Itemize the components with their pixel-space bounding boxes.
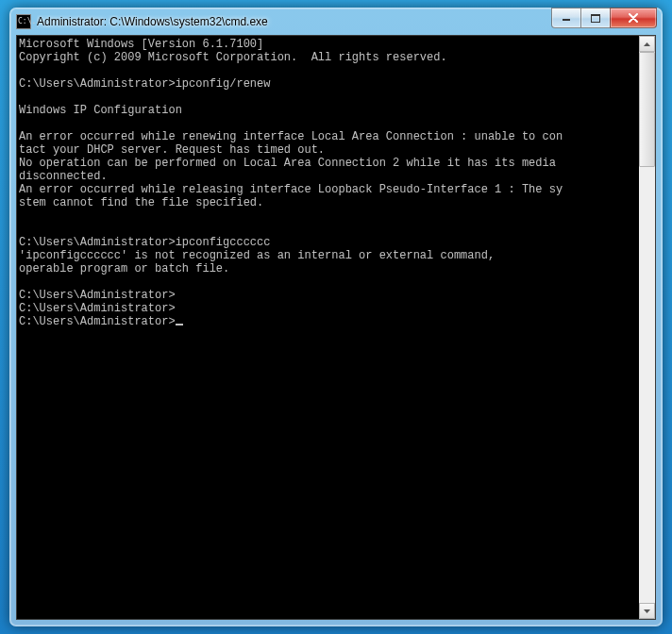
- cmd-icon: C:\.: [16, 14, 31, 29]
- svg-rect-0: [563, 19, 570, 21]
- maximize-icon: [591, 14, 600, 23]
- console-output[interactable]: Microsoft Windows [Version 6.1.7100] Cop…: [17, 36, 638, 619]
- scroll-track[interactable]: [639, 52, 655, 603]
- window-controls: [552, 8, 657, 28]
- minimize-button[interactable]: [551, 8, 581, 28]
- chevron-down-icon: [644, 609, 650, 613]
- scroll-thumb[interactable]: [639, 52, 655, 167]
- close-icon: [628, 13, 639, 23]
- close-button[interactable]: [610, 8, 657, 28]
- client-area: Microsoft Windows [Version 6.1.7100] Cop…: [16, 35, 656, 620]
- cmd-window: C:\. Administrator: C:\Windows\system32\…: [9, 8, 663, 626]
- minimize-icon: [562, 14, 571, 22]
- svg-rect-2: [591, 14, 600, 16]
- cursor: [176, 324, 183, 325]
- maximize-button[interactable]: [580, 8, 611, 28]
- scroll-up-button[interactable]: [639, 36, 655, 52]
- scroll-down-button[interactable]: [639, 603, 655, 619]
- vertical-scrollbar[interactable]: [639, 36, 655, 619]
- chevron-up-icon: [644, 42, 650, 46]
- titlebar[interactable]: C:\. Administrator: C:\Windows\system32\…: [10, 8, 662, 35]
